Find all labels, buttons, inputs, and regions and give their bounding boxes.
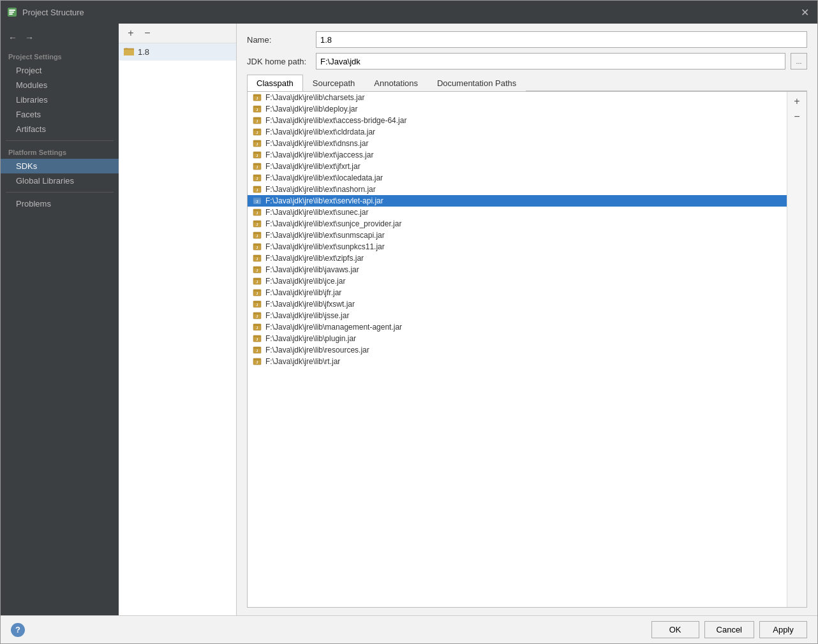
file-item[interactable]: J F:\Java\jdk\jre\lib\management-agent.j… [248, 321, 787, 333]
file-item[interactable]: J F:\Java\jdk\jre\lib\ext\jfxrt.jar [248, 161, 787, 172]
sidebar-item-artifacts[interactable]: Artifacts [1, 122, 119, 136]
svg-text:J: J [257, 108, 258, 112]
jar-icon: J [253, 196, 262, 205]
file-item-path: F:\Java\jdk\jre\lib\jfr.jar [265, 288, 341, 297]
jdk-home-input[interactable] [316, 53, 785, 70]
sidebar-item-libraries[interactable]: Libraries [1, 92, 119, 107]
jar-icon: J [253, 162, 262, 171]
title-bar: Project Structure ✕ [1, 1, 817, 24]
svg-text:J: J [257, 245, 258, 249]
ok-button[interactable]: OK [651, 621, 699, 638]
close-button[interactable]: ✕ [798, 6, 811, 18]
file-item[interactable]: J F:\Java\jdk\jre\lib\resources.jar [248, 344, 787, 356]
file-item-path: F:\Java\jdk\jre\lib\jfxswt.jar [265, 300, 355, 309]
file-item-path: F:\Java\jdk\jre\lib\ext\cldrdata.jar [265, 128, 375, 136]
svg-text:J: J [257, 188, 258, 192]
file-item[interactable]: J F:\Java\jdk\jre\lib\rt.jar [248, 356, 787, 367]
file-item[interactable]: J F:\Java\jdk\jre\lib\ext\servlet-api.ja… [248, 195, 787, 207]
name-input[interactable] [316, 31, 807, 48]
tab-annotations[interactable]: Annotations [364, 75, 428, 91]
sidebar-item-global-libraries[interactable]: Global Libraries [1, 173, 119, 188]
file-item[interactable]: J F:\Java\jdk\jre\lib\ext\nashorn.jar [248, 184, 787, 195]
file-list: J F:\Java\jdk\jre\lib\charsets.jar J F:\… [248, 92, 787, 607]
file-item-path: F:\Java\jdk\jre\lib\ext\sunpkcs11.jar [265, 242, 385, 251]
tab-sourcepath[interactable]: Sourcepath [303, 75, 365, 91]
sdk-item-1.8[interactable]: 1.8 [119, 43, 236, 61]
help-button[interactable]: ? [11, 623, 25, 637]
file-item[interactable]: J F:\Java\jdk\jre\lib\ext\sunjce_provide… [248, 218, 787, 230]
file-item[interactable]: J F:\Java\jdk\jre\lib\ext\jaccess.jar [248, 149, 787, 161]
jar-icon: J [253, 254, 262, 263]
tabs-bar: Classpath Sourcepath Annotations Documen… [247, 75, 807, 91]
nav-arrows: ← → [1, 29, 119, 49]
tab-documentation-paths[interactable]: Documentation Paths [428, 75, 526, 91]
file-item-path: F:\Java\jdk\jre\lib\ext\sunjce_provider.… [265, 219, 401, 228]
file-item[interactable]: J F:\Java\jdk\jre\lib\plugin.jar [248, 333, 787, 344]
file-item-path: F:\Java\jdk\jre\lib\charsets.jar [265, 93, 364, 102]
sidebar-item-modules[interactable]: Modules [1, 78, 119, 92]
jdk-browse-button[interactable]: ... [791, 53, 807, 70]
right-panel: Name: JDK home path: ... Classpath Sourc… [237, 24, 817, 615]
file-list-toolbar: + − [787, 92, 807, 607]
svg-text:J: J [257, 96, 258, 100]
bottom-left: ? [11, 623, 25, 637]
file-item[interactable]: J F:\Java\jdk\jre\lib\jsse.jar [248, 310, 787, 321]
svg-text:J: J [257, 314, 258, 318]
svg-text:J: J [257, 303, 258, 307]
file-item[interactable]: J F:\Java\jdk\jre\lib\charsets.jar [248, 92, 787, 103]
file-item[interactable]: J F:\Java\jdk\jre\lib\javaws.jar [248, 264, 787, 275]
file-item[interactable]: J F:\Java\jdk\jre\lib\ext\dnsns.jar [248, 138, 787, 149]
sidebar-item-facets[interactable]: Facets [1, 107, 119, 122]
file-item[interactable]: J F:\Java\jdk\jre\lib\ext\sunpkcs11.jar [248, 241, 787, 252]
sdk-list-panel: + − 1.8 [119, 24, 237, 615]
apply-button[interactable]: Apply [759, 621, 807, 638]
file-item[interactable]: J F:\Java\jdk\jre\lib\jce.jar [248, 275, 787, 287]
file-item-path: F:\Java\jdk\jre\lib\ext\nashorn.jar [265, 185, 376, 194]
file-item-path: F:\Java\jdk\jre\lib\resources.jar [265, 346, 369, 355]
cancel-button[interactable]: Cancel [704, 621, 754, 638]
jar-icon: J [253, 105, 262, 113]
file-item-path: F:\Java\jdk\jre\lib\ext\dnsns.jar [265, 139, 368, 148]
tab-classpath[interactable]: Classpath [247, 75, 303, 91]
file-item[interactable]: J F:\Java\jdk\jre\lib\jfxswt.jar [248, 298, 787, 310]
file-item[interactable]: J F:\Java\jdk\jre\lib\ext\localedata.jar [248, 172, 787, 184]
svg-rect-2 [9, 11, 14, 13]
svg-text:J: J [257, 234, 258, 238]
file-item[interactable]: J F:\Java\jdk\jre\lib\ext\sunec.jar [248, 207, 787, 218]
file-remove-button[interactable]: − [790, 110, 804, 124]
svg-text:J: J [257, 349, 258, 353]
sdk-add-button[interactable]: + [124, 26, 138, 40]
nav-back-button[interactable]: ← [6, 31, 20, 44]
file-item[interactable]: J F:\Java\jdk\jre\lib\ext\zipfs.jar [248, 252, 787, 264]
file-item[interactable]: J F:\Java\jdk\jre\lib\deploy.jar [248, 103, 787, 115]
svg-rect-6 [124, 50, 134, 55]
svg-text:J: J [257, 131, 258, 135]
jar-icon: J [253, 277, 262, 286]
jar-icon: J [253, 265, 262, 274]
jar-icon: J [253, 311, 262, 320]
jar-icon: J [253, 93, 262, 102]
file-item[interactable]: J F:\Java\jdk\jre\lib\jfr.jar [248, 287, 787, 298]
nav-forward-button[interactable]: → [22, 31, 36, 44]
file-item-path: F:\Java\jdk\jre\lib\rt.jar [265, 357, 340, 366]
file-add-button[interactable]: + [790, 94, 804, 108]
jar-icon: J [253, 242, 262, 251]
platform-settings-label: Platform Settings [1, 145, 119, 159]
sidebar-item-project[interactable]: Project [1, 63, 119, 78]
sdk-list: 1.8 [119, 43, 236, 615]
file-item[interactable]: J F:\Java\jdk\jre\lib\ext\cldrdata.jar [248, 126, 787, 138]
svg-text:J: J [257, 165, 258, 169]
file-item-path: F:\Java\jdk\jre\lib\jce.jar [265, 277, 345, 286]
file-item-path: F:\Java\jdk\jre\lib\ext\jaccess.jar [265, 150, 373, 159]
sdk-remove-button[interactable]: − [140, 26, 154, 40]
file-item[interactable]: J F:\Java\jdk\jre\lib\ext\sunmscapi.jar [248, 230, 787, 241]
file-item[interactable]: J F:\Java\jdk\jre\lib\ext\access-bridge-… [248, 115, 787, 126]
svg-rect-1 [9, 10, 15, 11]
sidebar-item-sdks[interactable]: SDKs [1, 159, 119, 173]
svg-text:J: J [257, 360, 258, 364]
jar-icon: J [253, 300, 262, 309]
sdk-list-toolbar: + − [119, 24, 236, 43]
jar-icon: J [253, 208, 262, 217]
sidebar-item-problems[interactable]: Problems [1, 196, 119, 211]
jar-icon: J [253, 334, 262, 343]
